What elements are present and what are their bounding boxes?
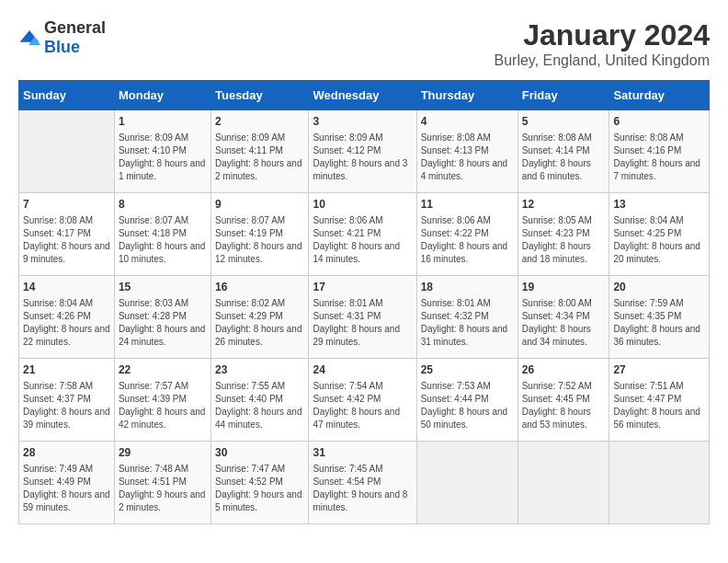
calendar-cell: 3Sunrise: 8:09 AMSunset: 4:12 PMDaylight…	[309, 110, 416, 193]
cell-content: Sunrise: 7:59 AMSunset: 4:35 PMDaylight:…	[613, 297, 705, 349]
header-row: SundayMondayTuesdayWednesdayThursdayFrid…	[19, 81, 710, 110]
calendar-cell: 26Sunrise: 7:52 AMSunset: 4:45 PMDayligh…	[518, 359, 609, 442]
cell-content: Sunrise: 8:00 AMSunset: 4:34 PMDaylight:…	[522, 297, 606, 349]
day-number: 12	[522, 197, 606, 213]
cell-content: Sunrise: 8:01 AMSunset: 4:31 PMDaylight:…	[313, 297, 412, 349]
cell-content: Sunrise: 8:06 AMSunset: 4:21 PMDaylight:…	[313, 214, 412, 266]
day-number: 8	[119, 197, 207, 213]
logo-text: General Blue	[44, 18, 106, 57]
cell-content: Sunrise: 8:03 AMSunset: 4:28 PMDaylight:…	[119, 297, 207, 349]
cell-content: Sunrise: 7:52 AMSunset: 4:45 PMDaylight:…	[522, 380, 606, 431]
calendar-cell: 2Sunrise: 8:09 AMSunset: 4:11 PMDaylight…	[210, 110, 308, 193]
cell-content: Sunrise: 7:58 AMSunset: 4:37 PMDaylight:…	[23, 380, 110, 431]
calendar-cell	[609, 442, 710, 524]
week-row-3: 14Sunrise: 8:04 AMSunset: 4:26 PMDayligh…	[19, 276, 710, 359]
day-number: 4	[421, 114, 514, 130]
cell-content: Sunrise: 8:02 AMSunset: 4:29 PMDaylight:…	[215, 297, 304, 349]
calendar-cell: 4Sunrise: 8:08 AMSunset: 4:13 PMDaylight…	[416, 110, 518, 193]
calendar-cell: 21Sunrise: 7:58 AMSunset: 4:37 PMDayligh…	[19, 359, 115, 442]
calendar-cell: 1Sunrise: 8:09 AMSunset: 4:10 PMDaylight…	[114, 110, 210, 193]
calendar-cell: 17Sunrise: 8:01 AMSunset: 4:31 PMDayligh…	[309, 276, 416, 359]
calendar-body: 1Sunrise: 8:09 AMSunset: 4:10 PMDaylight…	[19, 110, 710, 524]
day-number: 6	[613, 114, 705, 130]
day-number: 26	[522, 362, 606, 378]
calendar-cell: 13Sunrise: 8:04 AMSunset: 4:25 PMDayligh…	[609, 193, 710, 276]
day-number: 15	[119, 280, 207, 295]
title-section: January 2024 Burley, England, United Kin…	[494, 18, 710, 69]
calendar-cell: 23Sunrise: 7:55 AMSunset: 4:40 PMDayligh…	[210, 359, 308, 442]
cell-content: Sunrise: 8:06 AMSunset: 4:22 PMDaylight:…	[421, 214, 514, 266]
cell-content: Sunrise: 7:53 AMSunset: 4:44 PMDaylight:…	[421, 380, 514, 431]
week-row-1: 1Sunrise: 8:09 AMSunset: 4:10 PMDaylight…	[19, 110, 710, 193]
cell-content: Sunrise: 8:07 AMSunset: 4:19 PMDaylight:…	[215, 214, 304, 266]
day-number: 9	[215, 197, 304, 213]
day-number: 27	[613, 362, 705, 378]
calendar-cell	[19, 110, 115, 193]
calendar-cell: 11Sunrise: 8:06 AMSunset: 4:22 PMDayligh…	[416, 193, 518, 276]
day-number: 1	[119, 114, 207, 130]
cell-content: Sunrise: 7:47 AMSunset: 4:52 PMDaylight:…	[215, 463, 304, 514]
day-number: 18	[421, 280, 514, 295]
calendar-cell: 9Sunrise: 8:07 AMSunset: 4:19 PMDaylight…	[210, 193, 308, 276]
cell-content: Sunrise: 7:54 AMSunset: 4:42 PMDaylight:…	[313, 380, 412, 431]
day-number: 10	[313, 197, 412, 213]
header-day-saturday: Saturday	[609, 81, 710, 110]
cell-content: Sunrise: 7:57 AMSunset: 4:39 PMDaylight:…	[119, 380, 207, 431]
cell-content: Sunrise: 7:51 AMSunset: 4:47 PMDaylight:…	[613, 380, 705, 431]
calendar-cell: 22Sunrise: 7:57 AMSunset: 4:39 PMDayligh…	[114, 359, 210, 442]
cell-content: Sunrise: 8:08 AMSunset: 4:13 PMDaylight:…	[421, 132, 514, 183]
month-title: January 2024	[494, 18, 710, 52]
cell-content: Sunrise: 8:08 AMSunset: 4:16 PMDaylight:…	[613, 132, 705, 183]
cell-content: Sunrise: 7:48 AMSunset: 4:51 PMDaylight:…	[119, 463, 207, 514]
day-number: 2	[215, 114, 304, 130]
day-number: 11	[421, 197, 514, 213]
location-title: Burley, England, United Kingdom	[494, 52, 710, 69]
day-number: 17	[313, 280, 412, 295]
day-number: 3	[313, 114, 412, 130]
week-row-5: 28Sunrise: 7:49 AMSunset: 4:49 PMDayligh…	[19, 442, 710, 524]
calendar-cell: 7Sunrise: 8:08 AMSunset: 4:17 PMDaylight…	[19, 193, 115, 276]
calendar-cell: 19Sunrise: 8:00 AMSunset: 4:34 PMDayligh…	[518, 276, 609, 359]
calendar-cell: 6Sunrise: 8:08 AMSunset: 4:16 PMDaylight…	[609, 110, 710, 193]
logo-icon	[18, 29, 40, 47]
logo: General Blue	[18, 18, 106, 57]
calendar-cell: 14Sunrise: 8:04 AMSunset: 4:26 PMDayligh…	[19, 276, 115, 359]
week-row-2: 7Sunrise: 8:08 AMSunset: 4:17 PMDaylight…	[19, 193, 710, 276]
header-day-thursday: Thursday	[416, 81, 518, 110]
header-day-monday: Monday	[114, 81, 210, 110]
calendar-cell: 25Sunrise: 7:53 AMSunset: 4:44 PMDayligh…	[416, 359, 518, 442]
cell-content: Sunrise: 8:04 AMSunset: 4:25 PMDaylight:…	[613, 214, 705, 266]
header-day-tuesday: Tuesday	[210, 81, 308, 110]
cell-content: Sunrise: 8:09 AMSunset: 4:12 PMDaylight:…	[313, 132, 412, 183]
cell-content: Sunrise: 8:01 AMSunset: 4:32 PMDaylight:…	[421, 297, 514, 349]
calendar-cell: 18Sunrise: 8:01 AMSunset: 4:32 PMDayligh…	[416, 276, 518, 359]
day-number: 5	[522, 114, 606, 130]
calendar-cell: 12Sunrise: 8:05 AMSunset: 4:23 PMDayligh…	[518, 193, 609, 276]
day-number: 21	[23, 362, 110, 378]
cell-content: Sunrise: 8:09 AMSunset: 4:10 PMDaylight:…	[119, 132, 207, 183]
calendar-cell: 10Sunrise: 8:06 AMSunset: 4:21 PMDayligh…	[309, 193, 416, 276]
day-number: 31	[313, 445, 412, 461]
calendar-cell: 29Sunrise: 7:48 AMSunset: 4:51 PMDayligh…	[114, 442, 210, 524]
cell-content: Sunrise: 8:08 AMSunset: 4:17 PMDaylight:…	[23, 214, 110, 266]
day-number: 24	[313, 362, 412, 378]
day-number: 23	[215, 362, 304, 378]
calendar-cell: 16Sunrise: 8:02 AMSunset: 4:29 PMDayligh…	[210, 276, 308, 359]
cell-content: Sunrise: 8:07 AMSunset: 4:18 PMDaylight:…	[119, 214, 207, 266]
cell-content: Sunrise: 8:09 AMSunset: 4:11 PMDaylight:…	[215, 132, 304, 183]
calendar-table: SundayMondayTuesdayWednesdayThursdayFrid…	[18, 80, 710, 524]
calendar-cell	[518, 442, 609, 524]
cell-content: Sunrise: 7:55 AMSunset: 4:40 PMDaylight:…	[215, 380, 304, 431]
day-number: 25	[421, 362, 514, 378]
calendar-cell: 31Sunrise: 7:45 AMSunset: 4:54 PMDayligh…	[309, 442, 416, 524]
calendar-cell	[416, 442, 518, 524]
day-number: 22	[119, 362, 207, 378]
day-number: 29	[119, 445, 207, 461]
day-number: 7	[23, 197, 110, 213]
header-day-sunday: Sunday	[19, 81, 115, 110]
header-day-wednesday: Wednesday	[309, 81, 416, 110]
header-day-friday: Friday	[518, 81, 609, 110]
cell-content: Sunrise: 8:05 AMSunset: 4:23 PMDaylight:…	[522, 214, 606, 266]
week-row-4: 21Sunrise: 7:58 AMSunset: 4:37 PMDayligh…	[19, 359, 710, 442]
cell-content: Sunrise: 8:08 AMSunset: 4:14 PMDaylight:…	[522, 132, 606, 183]
